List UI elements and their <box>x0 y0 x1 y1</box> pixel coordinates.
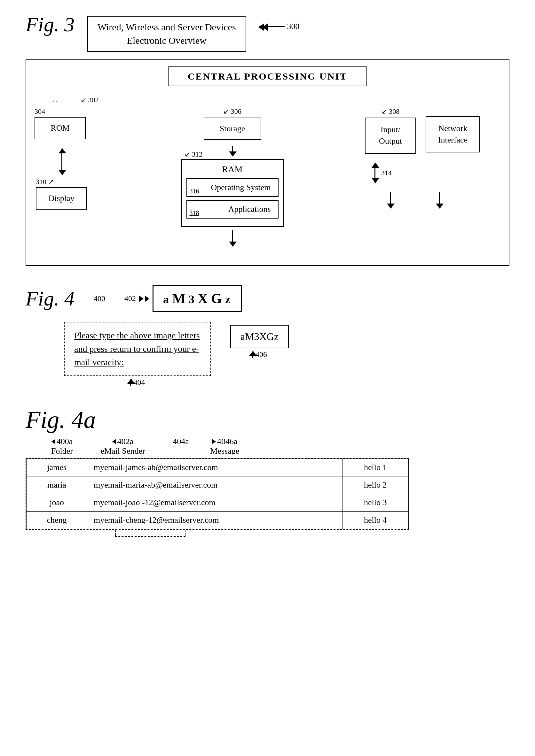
storage-label: Storage <box>220 124 245 133</box>
ref-402a: 402a <box>117 437 134 446</box>
email-cell: myemail-cheng-12@emailserver.com <box>87 512 342 529</box>
os-label: Operating System <box>191 183 274 192</box>
ref-316: 316 <box>190 188 199 195</box>
table-row: cheng myemail-cheng-12@emailserver.com h… <box>27 512 409 529</box>
fig3-label: Fig. 3 <box>26 13 74 37</box>
fig3-title-line1: Wired, Wireless and Server Devices <box>98 22 236 32</box>
folder-cell: maria <box>27 476 87 494</box>
col-email-sender: eMail Sender <box>100 446 145 456</box>
folder-cell: joao <box>27 494 87 512</box>
ref-402: 402 <box>125 294 136 303</box>
message-cell: hello 4 <box>342 512 408 529</box>
ref-308: 308 <box>389 107 399 115</box>
email-cell: myemail-joao -12@emailserver.com <box>87 494 342 512</box>
email-cell: myemail-maria-ab@emailserver.com <box>87 476 342 494</box>
email-cell: myemail-james-ab@emailserver.com <box>87 459 342 476</box>
folder-cell: james <box>27 459 87 476</box>
applications-label: Applications <box>191 204 274 214</box>
email-table: james myemail-james-ab@emailserver.com h… <box>26 459 409 529</box>
col-message: Message <box>210 446 239 456</box>
fig3-section: Fig. 3 Wired, Wireless and Server Device… <box>26 13 509 266</box>
rom-box: ROM <box>35 117 86 139</box>
fig3-title-line2: Electronic Overview <box>127 35 207 46</box>
table-row: james myemail-james-ab@emailserver.com h… <box>27 459 409 476</box>
fig4-section: Fig. 4 400 402 aM3XGz Please type the ab… <box>26 285 509 387</box>
ref-400a: 400a <box>57 437 73 446</box>
captcha-G: G <box>211 290 223 307</box>
ref-310: 310 <box>36 178 46 186</box>
ref-404a: 404a <box>173 437 189 446</box>
display-label: Display <box>49 194 74 203</box>
ref-4046a: 4046a <box>217 437 238 446</box>
applications-box: 318 Applications <box>186 200 278 219</box>
fig4-label: Fig. 4 <box>26 287 74 310</box>
fig4a-section: Fig. 4a 400a Folder 402a eMail Sender 40… <box>26 406 509 537</box>
captcha-z: z <box>225 292 232 306</box>
ref-304: 304 <box>35 107 45 115</box>
ref-318: 318 <box>190 209 199 217</box>
ref-406: 406 <box>256 350 267 359</box>
ref-306: 306 <box>231 107 241 115</box>
folder-cell: cheng <box>27 512 87 529</box>
ram-label: RAM <box>186 164 278 175</box>
table-row: maria myemail-maria-ab@emailserver.com h… <box>27 476 409 494</box>
captcha-M: M <box>172 290 187 307</box>
fig4a-label: Fig. 4a <box>26 406 96 433</box>
captcha-input-value: aM3XGz <box>240 331 278 342</box>
message-cell: hello 1 <box>342 459 408 476</box>
captcha-display-box: aM3XGz <box>153 285 242 312</box>
captcha-prompt-box: Please type the above image letters and … <box>64 322 211 376</box>
ram-box: RAM 316 Operating System 318 Application… <box>181 159 284 227</box>
fig3-title-box: Wired, Wireless and Server Devices Elect… <box>87 16 246 52</box>
ref-314: 314 <box>381 169 392 177</box>
rom-label: ROM <box>50 123 70 133</box>
captcha-3: 3 <box>189 292 196 306</box>
display-box: Display <box>36 187 87 210</box>
ref-404: 404 <box>134 378 145 387</box>
captcha-sup: a <box>163 292 170 306</box>
storage-box: Storage <box>204 118 261 140</box>
cpu-title: CENTRAL PROCESSING UNIT <box>168 67 367 86</box>
ref-400: 400 <box>94 294 105 303</box>
ref-312: 312 <box>192 150 202 158</box>
message-cell: hello 2 <box>342 476 408 494</box>
os-box: 316 Operating System <box>186 178 278 197</box>
email-table-wrapper: james myemail-james-ab@emailserver.com h… <box>26 458 409 530</box>
ref-300: 300 <box>287 22 300 31</box>
captcha-prompt-text: Please type the above image letters and … <box>74 330 200 367</box>
table-row: joao myemail-joao -12@emailserver.com he… <box>27 494 409 512</box>
captcha-X: X <box>198 290 209 307</box>
message-cell: hello 3 <box>342 494 408 512</box>
col-folder: Folder <box>51 446 73 456</box>
ref-302: 302 <box>88 96 99 104</box>
network-interface-box: NetworkInterface <box>426 116 480 152</box>
fig3-cpu-container: CENTRAL PROCESSING UNIT ↙ 302 304 <box>26 59 509 266</box>
input-output-box: Input/Output <box>365 118 416 154</box>
captcha-input-box[interactable]: aM3XGz <box>230 325 289 348</box>
